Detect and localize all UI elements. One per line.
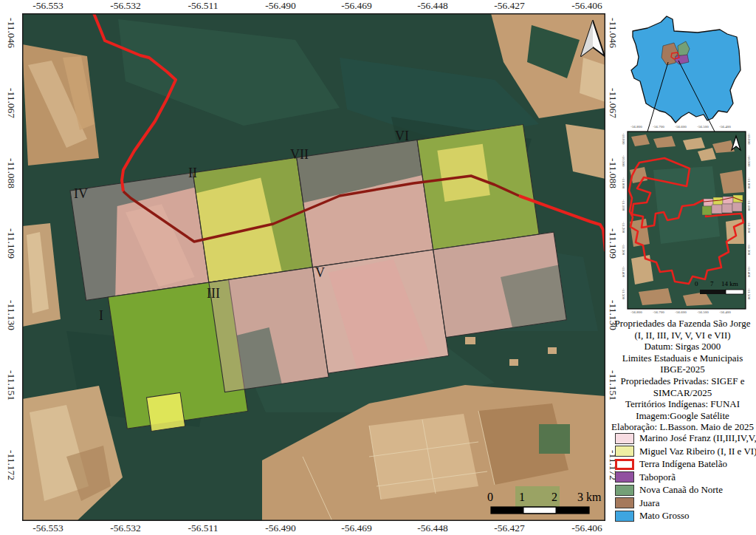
lon-label-top: -56.553 bbox=[22, 0, 74, 12]
inset-detail-map: 0 7 14 km bbox=[628, 132, 746, 309]
inset-lat-left: -11.100 bbox=[622, 200, 625, 211]
inset-lon-bottom: -56.800 bbox=[627, 310, 646, 314]
main-map-canvas: I II III IV V VI VII 0 1 2 3 km bbox=[22, 13, 605, 521]
legend-swatch-tabopora bbox=[615, 471, 634, 483]
parcel-V bbox=[312, 250, 448, 373]
info-line: Datum: Sirgas 2000 bbox=[611, 341, 755, 352]
inset-lat-left: -11.400 bbox=[622, 266, 625, 277]
parcel-VII bbox=[297, 140, 433, 267]
inset-lat-right: -11.500 bbox=[747, 288, 751, 299]
parcel-label-III: III bbox=[207, 286, 220, 301]
map-subtitle-line: (I, II, III, IV, V, VI e VII) bbox=[611, 330, 755, 341]
legend-label: Miguel Vaz Ribeiro (I, II e VI) bbox=[639, 446, 756, 457]
legend-swatch-nova-canaa bbox=[615, 485, 634, 496]
lat-label-left: -11.130 bbox=[5, 300, 17, 330]
parcel-label-V: V bbox=[315, 265, 325, 280]
legend-label: Marino José Franz (II,III,IV,V,VII) bbox=[639, 432, 756, 444]
inset-lon-top: -56.800 bbox=[627, 125, 646, 129]
inset-lat-right: -11.000 bbox=[747, 177, 751, 188]
main-satellite-map: I II III IV V VI VII 0 1 2 3 km bbox=[22, 13, 605, 521]
scale-label-3: 3 km bbox=[577, 491, 602, 503]
legend-label: Taboporã bbox=[639, 471, 676, 483]
parcel-small-yellow bbox=[147, 392, 185, 431]
inset-lat-right: -10.900 bbox=[747, 155, 751, 166]
lon-label-top: -56.490 bbox=[255, 0, 306, 12]
inset-lat-left: -11.200 bbox=[622, 222, 625, 233]
inset-lat-right: -11.400 bbox=[747, 266, 751, 277]
legend-label: Nova Canaã do Norte bbox=[639, 484, 723, 496]
lon-label-bottom: -56.511 bbox=[177, 522, 229, 534]
legend-item: Marino José Franz (II,III,IV,V,VII) bbox=[615, 433, 756, 444]
info-line: IBGE-2025 bbox=[611, 364, 755, 375]
lon-label-top: -56.469 bbox=[331, 0, 382, 12]
inset-lon-bottom: -56.400 bbox=[715, 310, 735, 314]
inset-lon-bottom: -56.500 bbox=[693, 310, 712, 314]
parcel-V-east bbox=[433, 232, 567, 338]
lat-label-left: -11.109 bbox=[5, 228, 17, 259]
inset-lat-right: -10.800 bbox=[747, 133, 751, 144]
scale-label-2: 2 bbox=[551, 491, 557, 503]
lat-label-left: -11.088 bbox=[5, 158, 17, 188]
scale-label-1: 1 bbox=[519, 491, 525, 503]
parcel-II bbox=[193, 157, 312, 282]
lon-label-top: -56.511 bbox=[177, 0, 229, 12]
parcel-label-I: I bbox=[99, 308, 103, 323]
info-line: SIMCAR/2025 bbox=[611, 387, 755, 399]
lon-label-top: -56.427 bbox=[484, 0, 535, 12]
lon-label-bottom: -56.490 bbox=[255, 522, 306, 534]
state-shape-mato-grosso bbox=[631, 16, 740, 123]
inset-scale-14: 14 km bbox=[721, 280, 738, 287]
inset-lon-bottom: -56.700 bbox=[649, 310, 668, 314]
inset-lat-left: -11.300 bbox=[622, 244, 625, 255]
lon-label-bottom: -56.553 bbox=[22, 522, 74, 534]
lat-label-left: -11.067 bbox=[5, 88, 17, 118]
inset-lon-top: -56.600 bbox=[671, 125, 690, 129]
inset-lon-bottom: -56.600 bbox=[671, 310, 690, 314]
map-layout-page: -56.553 -56.532 -56.511 -56.490 -56.469 … bbox=[0, 0, 756, 535]
lon-label-bottom: -56.532 bbox=[100, 522, 151, 534]
legend-item: Mato Grosso bbox=[615, 511, 756, 522]
legend-label: Terra Indígena Batelão bbox=[639, 458, 727, 470]
legend-swatch-ti-batelao bbox=[615, 459, 634, 470]
inset-lon-top: -56.400 bbox=[715, 125, 735, 129]
parcel-label-VI: VI bbox=[395, 129, 409, 143]
legend: Marino José Franz (II,III,IV,V,VII) Migu… bbox=[615, 433, 756, 522]
inset-lat-left: -10.900 bbox=[622, 155, 625, 166]
lon-label-top: -56.532 bbox=[100, 0, 151, 12]
inset-scale-0: 0 bbox=[695, 280, 698, 287]
legend-item: Terra Indígena Batelão bbox=[615, 459, 756, 470]
scale-label-0: 0 bbox=[487, 491, 493, 503]
legend-label: Juara bbox=[639, 497, 659, 509]
side-panel: 0 7 14 km -56.800 -56.700 -56.600 -56.50… bbox=[609, 0, 756, 535]
legend-item: Juara bbox=[615, 498, 756, 509]
inset-lat-left: -10.800 bbox=[622, 133, 625, 144]
inset-scale-7: 7 bbox=[710, 280, 714, 287]
inset-lat-right: -11.300 bbox=[747, 244, 751, 255]
legend-swatch-juara bbox=[615, 497, 634, 508]
parcel-label-II: II bbox=[188, 166, 197, 180]
lat-label-left: -11.151 bbox=[5, 370, 17, 401]
legend-item: Nova Canaã do Norte bbox=[615, 485, 756, 496]
info-line: Propriedades Privadas: SIGEF e bbox=[611, 375, 755, 387]
parcel-VI bbox=[417, 124, 539, 249]
inset-lat-right: -11.200 bbox=[747, 222, 751, 233]
lon-label-bottom: -56.469 bbox=[331, 522, 382, 534]
info-line: Limites Estaduais e Municipais bbox=[611, 352, 755, 364]
inset-lat-left: -11.000 bbox=[622, 177, 625, 188]
info-line: Territórios Indígenas: FUNAI bbox=[611, 398, 755, 410]
parcel-label-IV: IV bbox=[74, 186, 88, 201]
legend-swatch-marino bbox=[615, 433, 634, 444]
info-line: Imagem:Google Satélite bbox=[611, 410, 755, 422]
inset-lat-right: -11.100 bbox=[747, 200, 751, 211]
lon-label-bottom: -56.406 bbox=[561, 522, 613, 534]
info-line: Elaboração: L.Basson. Maio de 2025 bbox=[611, 421, 755, 433]
lon-label-top: -56.406 bbox=[561, 0, 613, 12]
inset-state-map bbox=[631, 16, 740, 132]
inset-lon-top: -56.700 bbox=[649, 125, 668, 129]
legend-swatch-mato-grosso bbox=[615, 511, 634, 522]
inset-lon-top: -56.500 bbox=[693, 125, 712, 129]
legend-label: Mato Grosso bbox=[639, 510, 690, 522]
lat-label-left: -11.172 bbox=[5, 450, 17, 480]
lon-label-top: -56.448 bbox=[407, 0, 458, 12]
map-info-block: Propriedades da Fazenda São Jorge (I, II… bbox=[611, 318, 755, 433]
